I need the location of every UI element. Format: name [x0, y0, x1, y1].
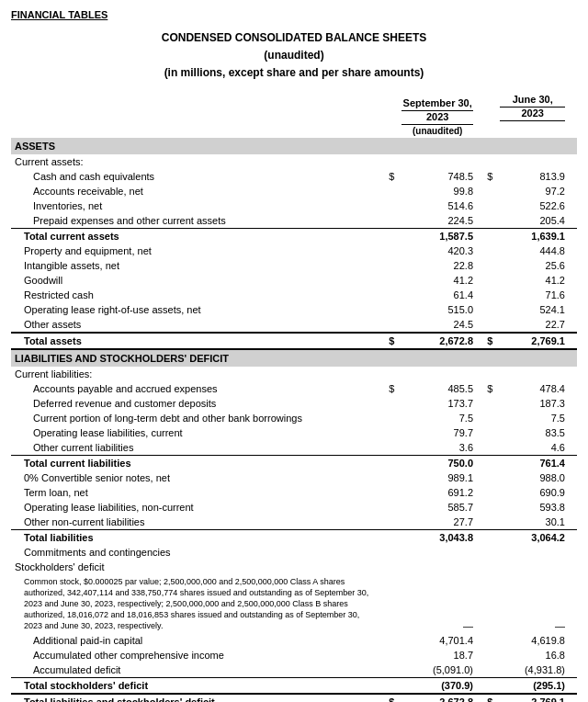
- row-dollar2: [477, 411, 496, 425]
- row-val2: 41.2: [496, 273, 569, 288]
- total-double-val2: 2,769.1: [496, 694, 569, 702]
- row-val2: 4.6: [496, 440, 569, 456]
- total-val2: (295.1): [496, 678, 569, 695]
- row-val1: 989.1: [398, 470, 477, 485]
- row-dollar1: [379, 302, 398, 317]
- row-dollar2: [477, 662, 496, 678]
- row-dollar2: [477, 302, 496, 317]
- row-dollar1: [379, 184, 398, 198]
- row-dollar2: [477, 440, 496, 456]
- row-dollar2: [477, 485, 496, 500]
- total-double-dollar1: $: [379, 694, 398, 702]
- sub-header-cell: Current assets:: [11, 154, 577, 169]
- title-line3: (in millions, except share and per share…: [11, 64, 577, 82]
- row-val1: 485.5: [398, 381, 477, 396]
- row-dollar1: [379, 273, 398, 288]
- row-spacer: [569, 169, 577, 184]
- row-dollar2: $: [477, 169, 496, 184]
- row-val1: 691.2: [398, 485, 477, 500]
- row-dollar1: $: [379, 169, 398, 184]
- stock-val1: —: [398, 574, 477, 634]
- row-spacer: [569, 485, 577, 500]
- row-val2: 593.8: [496, 500, 569, 515]
- section-label: FINANCIAL TABLES: [11, 9, 577, 20]
- row-val2: 813.9: [496, 169, 569, 184]
- row-dollar2: [477, 425, 496, 440]
- row-spacer: [569, 213, 577, 229]
- row-val2: 97.2: [496, 184, 569, 198]
- report-title: CONDENSED CONSOLIDATED BALANCE SHEETS (u…: [11, 29, 577, 83]
- row-val1: 224.5: [398, 213, 477, 229]
- row-val2: 690.9: [496, 485, 569, 500]
- row-spacer: [569, 440, 577, 456]
- row-val1: [398, 545, 477, 560]
- row-label: Property and equipment, net: [11, 243, 379, 258]
- total-val2: 1,639.1: [496, 228, 569, 243]
- row-val1: 7.5: [398, 411, 477, 425]
- row-val2: 988.0: [496, 470, 569, 485]
- total-double-dollar2: $: [477, 333, 496, 349]
- total-val1: 3,043.8: [398, 529, 477, 545]
- row-dollar2: [477, 633, 496, 648]
- row-label: Term loan, net: [11, 485, 379, 500]
- row-val1: 27.7: [398, 515, 477, 530]
- total-spacer: [569, 529, 577, 545]
- row-spacer: [569, 545, 577, 560]
- stock-dollar2: [477, 574, 496, 634]
- total-dollar2: [477, 678, 496, 695]
- row-val1: 420.3: [398, 243, 477, 258]
- row-dollar1: [379, 515, 398, 530]
- row-val1: 173.7: [398, 396, 477, 411]
- total-spacer: [569, 228, 577, 243]
- row-spacer: [569, 288, 577, 302]
- total-double-spacer: [569, 694, 577, 702]
- row-val1: 3.6: [398, 440, 477, 456]
- dollar-col1: [379, 92, 398, 138]
- total-label: Total liabilities: [11, 529, 379, 545]
- row-spacer: [569, 500, 577, 515]
- row-label: Operating lease right-of-use assets, net: [11, 302, 379, 317]
- row-label: 0% Convertible senior notes, net: [11, 470, 379, 485]
- row-val2: 25.6: [496, 258, 569, 273]
- total-double-dollar1: $: [379, 333, 398, 349]
- row-val2: 30.1: [496, 515, 569, 530]
- row-val2: 4,619.8: [496, 633, 569, 648]
- row-label: Operating lease liabilities, non-current: [11, 500, 379, 515]
- row-val1: 18.7: [398, 648, 477, 662]
- total-double-label: Total liabilities and stockholders' defi…: [11, 694, 379, 702]
- total-spacer: [569, 678, 577, 695]
- row-dollar2: [477, 545, 496, 560]
- row-val1: 24.5: [398, 317, 477, 333]
- row-dollar1: [379, 485, 398, 500]
- row-dollar2: [477, 648, 496, 662]
- row-dollar2: [477, 500, 496, 515]
- row-dollar1: [379, 317, 398, 333]
- total-double-val1: 2,672.8: [398, 333, 477, 349]
- row-dollar1: [379, 411, 398, 425]
- total-double-val1: 2,672.8: [398, 694, 477, 702]
- row-dollar1: [379, 396, 398, 411]
- row-dollar2: [477, 317, 496, 333]
- row-label: Other current liabilities: [11, 440, 379, 456]
- sub-header-cell: Current liabilities:: [11, 367, 577, 381]
- stock-dollar1: [379, 574, 398, 634]
- row-dollar2: [477, 288, 496, 302]
- row-label: Intangible assets, net: [11, 258, 379, 273]
- row-label: Inventories, net: [11, 198, 379, 213]
- label-col-header: [11, 92, 379, 138]
- row-label: Other assets: [11, 317, 379, 333]
- row-dollar1: [379, 243, 398, 258]
- total-val2: 761.4: [496, 455, 569, 470]
- stock-val2: —: [496, 574, 569, 634]
- row-spacer: [569, 515, 577, 530]
- row-dollar2: [477, 213, 496, 229]
- row-val2: 71.6: [496, 288, 569, 302]
- total-val1: (370.9): [398, 678, 477, 695]
- row-val1: 585.7: [398, 500, 477, 515]
- row-dollar2: [477, 470, 496, 485]
- row-dollar2: [477, 515, 496, 530]
- row-val1: (5,091.0): [398, 662, 477, 678]
- total-val2: 3,064.2: [496, 529, 569, 545]
- total-double-spacer: [569, 333, 577, 349]
- total-double-val2: 2,769.1: [496, 333, 569, 349]
